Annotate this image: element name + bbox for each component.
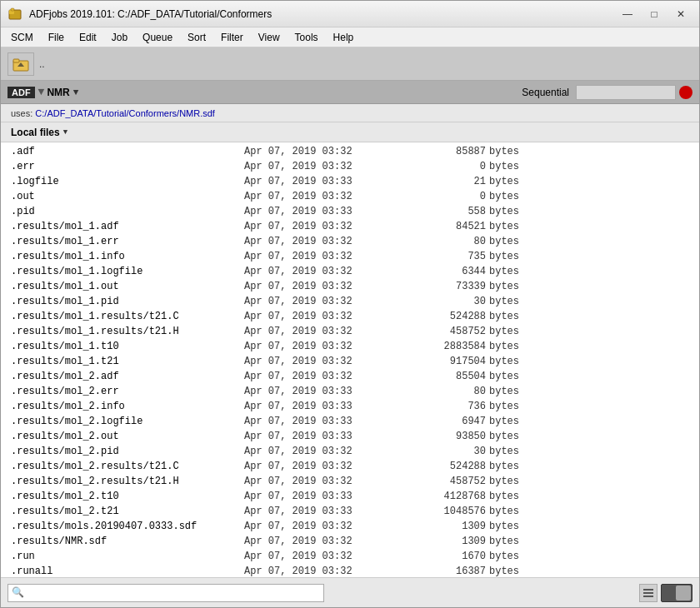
table-row[interactable]: .results/mol_1.results/t21.HApr 07, 2019… (1, 324, 699, 339)
file-size: 84521 (402, 221, 486, 232)
svg-rect-7 (643, 592, 653, 594)
table-row[interactable]: .results/NMR.sdfApr 07, 2019 03:321309by… (1, 534, 699, 549)
table-row[interactable]: .results/mol_2.results/t21.HApr 07, 2019… (1, 474, 699, 489)
file-unit: bytes (489, 551, 519, 562)
close-button[interactable]: ✕ (669, 5, 692, 23)
menu-item-tools[interactable]: Tools (288, 30, 325, 45)
file-size: 16387 (402, 566, 486, 577)
table-row[interactable]: .adfApr 07, 2019 03:3285887bytes (1, 144, 699, 159)
toggle-knob (676, 586, 691, 601)
sequential-input[interactable] (576, 85, 676, 100)
table-row[interactable]: .results/mol_2.infoApr 07, 2019 03:33736… (1, 399, 699, 414)
file-date: Apr 07, 2019 03:32 (244, 326, 402, 337)
table-row[interactable]: .results/mol_2.outApr 07, 2019 03:339385… (1, 429, 699, 444)
file-size: 6344 (402, 266, 486, 277)
search-input[interactable] (28, 587, 320, 599)
table-row[interactable]: .results/mol_1.errApr 07, 2019 03:3280by… (1, 234, 699, 249)
file-unit: bytes (489, 491, 519, 502)
table-row[interactable]: .results/mol_1.infoApr 07, 2019 03:32735… (1, 249, 699, 264)
file-name: .run (11, 551, 244, 562)
adf-bar: ADF ▼ NMR ▼ Sequential (1, 81, 699, 104)
table-row[interactable]: .results/mol_2.logfileApr 07, 2019 03:33… (1, 414, 699, 429)
search-box[interactable]: 🔍 (8, 584, 324, 602)
toggle-button[interactable] (661, 584, 692, 602)
table-row[interactable]: .results/mol_1.adfApr 07, 2019 03:328452… (1, 219, 699, 234)
file-unit: bytes (489, 461, 519, 472)
file-unit: bytes (489, 296, 519, 307)
file-unit: bytes (489, 401, 519, 412)
file-unit: bytes (489, 311, 519, 322)
file-date: Apr 07, 2019 03:32 (244, 476, 402, 487)
file-size: 558 (402, 206, 486, 217)
breadcrumb: .. (39, 58, 45, 70)
main-window: ADFjobs 2019.101: C:/ADF_DATA/Tutorial/C… (0, 0, 700, 608)
status-bar: 🔍 (1, 577, 699, 607)
menu-item-filter[interactable]: Filter (214, 30, 250, 45)
menu-item-edit[interactable]: Edit (72, 30, 103, 45)
menu-item-queue[interactable]: Queue (136, 30, 179, 45)
file-date: Apr 07, 2019 03:32 (244, 191, 402, 202)
folder-up-button[interactable] (8, 52, 34, 76)
table-row[interactable]: .results/mol_2.results/t21.CApr 07, 2019… (1, 459, 699, 474)
menu-item-job[interactable]: Job (105, 30, 134, 45)
table-row[interactable]: .logfileApr 07, 2019 03:3321bytes (1, 174, 699, 189)
menu-item-sort[interactable]: Sort (181, 30, 212, 45)
table-row[interactable]: .results/mol_2.t21Apr 07, 2019 03:331048… (1, 504, 699, 519)
file-date: Apr 07, 2019 03:33 (244, 401, 402, 412)
file-list: .adfApr 07, 2019 03:3285887bytes.errApr … (1, 142, 699, 577)
file-date: Apr 07, 2019 03:33 (244, 416, 402, 427)
table-row[interactable]: .results/mol_2.adfApr 07, 2019 03:328550… (1, 369, 699, 384)
local-files-dropdown[interactable]: ▼ (63, 128, 68, 137)
file-date: Apr 07, 2019 03:32 (244, 236, 402, 247)
nmr-dropdown-arrow[interactable]: ▼ (73, 87, 79, 97)
table-row[interactable]: .results/mol_1.results/t21.CApr 07, 2019… (1, 309, 699, 324)
menu-item-help[interactable]: Help (327, 30, 361, 45)
file-size: 1670 (402, 551, 486, 562)
minimize-button[interactable]: — (616, 5, 639, 23)
table-row[interactable]: .results/mol_1.outApr 07, 2019 03:327333… (1, 279, 699, 294)
file-size: 6947 (402, 416, 486, 427)
file-name: .err (11, 161, 244, 172)
table-row[interactable]: .runApr 07, 2019 03:321670bytes (1, 549, 699, 564)
list-view-button[interactable] (639, 584, 658, 602)
menu-item-view[interactable]: View (252, 30, 287, 45)
table-row[interactable]: .results/mol_1.pidApr 07, 2019 03:3230by… (1, 294, 699, 309)
table-row[interactable]: .errApr 07, 2019 03:320bytes (1, 159, 699, 174)
menu-item-file[interactable]: File (42, 30, 71, 45)
table-row[interactable]: .pidApr 07, 2019 03:33558bytes (1, 204, 699, 219)
menu-item-scm[interactable]: SCM (4, 30, 40, 45)
file-unit: bytes (489, 521, 519, 532)
file-size: 30 (402, 446, 486, 457)
file-name: .results/mol_2.t10 (11, 491, 244, 502)
file-unit: bytes (489, 371, 519, 382)
local-files-label: Local files (11, 127, 60, 138)
file-size: 4128768 (402, 491, 486, 502)
title-bar: ADFjobs 2019.101: C:/ADF_DATA/Tutorial/C… (1, 1, 699, 27)
table-row[interactable]: .runallApr 07, 2019 03:3216387bytes (1, 564, 699, 577)
file-name: .results/mol_1.info (11, 251, 244, 262)
file-size: 458752 (402, 476, 486, 487)
file-name: .results/mol_1.err (11, 236, 244, 247)
table-row[interactable]: .results/mols.20190407.0333.sdfApr 07, 2… (1, 519, 699, 534)
table-row[interactable]: .results/mol_2.t10Apr 07, 2019 03:334128… (1, 489, 699, 504)
svg-rect-8 (643, 596, 653, 597)
file-name: .results/mol_1.pid (11, 296, 244, 307)
file-date: Apr 07, 2019 03:32 (244, 461, 402, 472)
file-date: Apr 07, 2019 03:32 (244, 566, 402, 577)
file-name: .results/mol_2.results/t21.C (11, 461, 244, 472)
table-row[interactable]: .results/mol_1.t21Apr 07, 2019 03:329175… (1, 354, 699, 369)
table-row[interactable]: .results/mol_1.logfileApr 07, 2019 03:32… (1, 264, 699, 279)
file-date: Apr 07, 2019 03:32 (244, 521, 402, 532)
table-row[interactable]: .results/mol_1.t10Apr 07, 2019 03:322883… (1, 339, 699, 354)
table-row[interactable]: .results/mol_2.pidApr 07, 2019 03:3230by… (1, 444, 699, 459)
file-date: Apr 07, 2019 03:32 (244, 446, 402, 457)
maximize-button[interactable]: □ (642, 5, 666, 23)
file-date: Apr 07, 2019 03:32 (244, 266, 402, 277)
table-row[interactable]: .outApr 07, 2019 03:320bytes (1, 189, 699, 204)
table-row[interactable]: .results/mol_2.errApr 07, 2019 03:3380by… (1, 384, 699, 399)
nmr-label: NMR (47, 87, 69, 98)
file-name: .results/mol_2.err (11, 386, 244, 397)
file-date: Apr 07, 2019 03:33 (244, 386, 402, 397)
file-unit: bytes (489, 176, 519, 187)
file-size: 735 (402, 251, 486, 262)
